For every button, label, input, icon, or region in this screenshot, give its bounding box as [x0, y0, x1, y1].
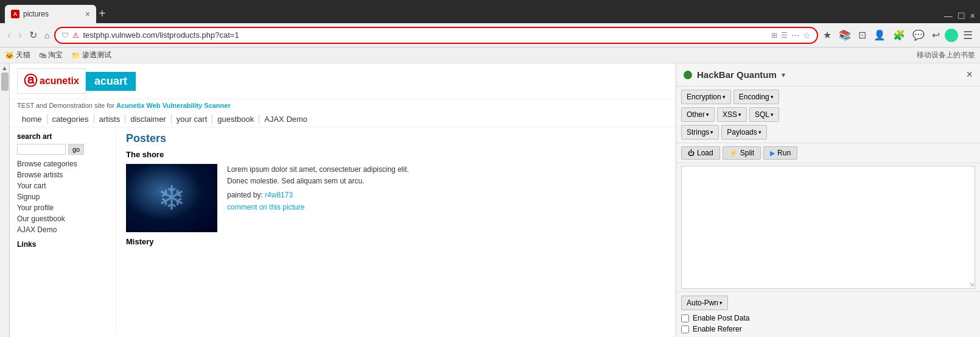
- nav-guestbook[interactable]: guestbook: [212, 115, 259, 124]
- product1-image-overlay: ❄: [158, 179, 186, 218]
- tagline-link[interactable]: Acunetix Web Vulnerability Scanner: [116, 102, 231, 109]
- sidebar-your-cart[interactable]: Your cart: [17, 182, 108, 190]
- sidebar-your-profile[interactable]: Your profile: [17, 204, 108, 212]
- nav-categories[interactable]: categories: [47, 115, 94, 124]
- checkbox-post-label: Enable Post Data: [693, 314, 749, 322]
- load-label: Load: [697, 149, 713, 157]
- url-icon-more[interactable]: ···: [791, 30, 799, 41]
- chat-icon[interactable]: 💬: [910, 27, 927, 43]
- product1-item: ❄ Lorem ipsum dolor sit amet, consectetu…: [126, 164, 666, 232]
- maximize-btn[interactable]: ☐: [957, 11, 965, 21]
- payloads-btn[interactable]: Payloads▾: [721, 125, 766, 140]
- autopwn-btn[interactable]: Auto-Pwn▾: [681, 296, 728, 310]
- run-btn[interactable]: ▶ Run: [763, 146, 797, 160]
- site-logo: ⓐ acunetix acuart: [17, 68, 136, 94]
- reading-list-icon[interactable]: 📚: [836, 27, 853, 43]
- logo-a-icon: ⓐ: [24, 72, 37, 90]
- site-header: ⓐ acunetix acuart: [10, 63, 676, 99]
- sidebar-our-guestbook[interactable]: Our guestbook: [17, 215, 108, 223]
- sidebar-browse-categories[interactable]: Browse categories: [17, 160, 108, 168]
- sidebar-icon[interactable]: ⊡: [856, 27, 869, 43]
- encoding-btn[interactable]: Encoding▾: [733, 90, 779, 104]
- run-icon: ▶: [770, 149, 775, 157]
- extension-icon[interactable]: 🧩: [891, 27, 908, 43]
- encoding-arrow: ▾: [771, 94, 774, 100]
- other-arrow: ▾: [706, 112, 709, 118]
- scroll-thumb[interactable]: [1, 73, 9, 91]
- refresh-btn[interactable]: ↻: [27, 27, 40, 43]
- product1-comment-link[interactable]: comment on this picture: [227, 203, 304, 211]
- search-input[interactable]: [17, 144, 66, 155]
- strings-arrow: ▾: [710, 129, 713, 135]
- payloads-label: Payloads: [727, 128, 757, 137]
- sql-btn[interactable]: SQL▾: [749, 107, 779, 122]
- forward-btn[interactable]: ›: [16, 26, 24, 44]
- scrollbar[interactable]: ▲: [0, 63, 10, 337]
- hackbar-action-row: ⏻ Load ⚡ Split ▶ Run: [676, 143, 980, 163]
- bookmark-taobao[interactable]: 🛍 淘宝: [39, 50, 63, 60]
- checkbox-post[interactable]: [681, 314, 689, 322]
- logo-acuart: acuart: [86, 72, 136, 91]
- hackbar-textarea[interactable]: [681, 166, 975, 289]
- xss-arrow: ▾: [738, 112, 741, 118]
- product1-painter-label: painted by:: [227, 191, 265, 199]
- profile-icon[interactable]: 👤: [871, 27, 888, 43]
- user-avatar[interactable]: [945, 29, 958, 42]
- url-icon-grid: ⊞: [771, 31, 777, 40]
- pentest-icon: 📁: [71, 51, 80, 60]
- page-title: Posters: [126, 132, 666, 145]
- nav-home[interactable]: home: [17, 115, 47, 124]
- sidebar-links-title: Links: [17, 240, 108, 249]
- nav-bar: ‹ › ↻ ⌂ 🛡 ⚠ ⊞ ☰ ··· ☆ ★ 📚 ⊡ 👤 🧩 💬 ↩ ☰: [0, 23, 980, 48]
- home-btn[interactable]: ⌂: [42, 28, 52, 43]
- sidebar-signup[interactable]: Signup: [17, 193, 108, 201]
- minimize-btn[interactable]: —: [944, 11, 953, 21]
- scroll-up-arrow[interactable]: ▲: [2, 65, 8, 71]
- product2-title: Mistery: [126, 237, 666, 246]
- hackbar-close-btn[interactable]: ×: [966, 68, 973, 81]
- product1: The shore ❄ Lorem ipsum dolor sit amet, …: [126, 150, 666, 232]
- sidebar-browse-artists[interactable]: Browse artists: [17, 171, 108, 179]
- textarea-resize-handle[interactable]: ⇲: [969, 281, 974, 288]
- site-body: search art go Browse categories Browse a…: [10, 127, 676, 335]
- back-btn[interactable]: ‹: [5, 26, 13, 44]
- web-content: ⓐ acunetix acuart TEST and Demonstration…: [10, 63, 676, 337]
- bookmark-tianmao[interactable]: 🐱 天猫: [5, 50, 30, 60]
- other-btn[interactable]: Other▾: [681, 107, 715, 122]
- url-icon-star[interactable]: ☆: [803, 30, 811, 40]
- hackbar-chevron[interactable]: ▾: [782, 71, 785, 79]
- menu-btn[interactable]: ☰: [961, 26, 975, 44]
- checkbox-referer-row: Enable Referer: [681, 325, 975, 333]
- nav-artists[interactable]: artists: [94, 115, 126, 124]
- load-icon: ⏻: [688, 149, 695, 157]
- product1-painter: painted by: r4w8173: [227, 191, 409, 199]
- new-tab-btn[interactable]: +: [99, 7, 106, 23]
- browser-tab[interactable]: A pictures ×: [5, 5, 96, 23]
- product1-comment: comment on this picture: [227, 203, 409, 211]
- product1-painter-link[interactable]: r4w8173: [265, 191, 293, 199]
- encryption-btn[interactable]: Encryption▾: [681, 90, 731, 104]
- url-shield-icon: 🛡: [61, 31, 69, 40]
- sidebar-ajax-demo[interactable]: AJAX Demo: [17, 225, 108, 234]
- close-btn[interactable]: ×: [970, 11, 975, 21]
- logo-acuart-text: acuart: [94, 75, 127, 87]
- taobao-label: 淘宝: [48, 50, 63, 60]
- encryption-label: Encryption: [687, 93, 721, 101]
- xss-label: XSS: [723, 110, 737, 119]
- bookmark-star-icon[interactable]: ★: [821, 27, 834, 43]
- search-go-btn[interactable]: go: [68, 144, 84, 155]
- tab-label: pictures: [23, 10, 49, 18]
- load-btn[interactable]: ⏻ Load: [681, 146, 720, 160]
- bookmark-pentest[interactable]: 📁 渗透测试: [71, 50, 111, 60]
- strings-btn[interactable]: Strings▾: [681, 125, 719, 140]
- checkbox-referer[interactable]: [681, 325, 689, 333]
- tab-close-btn[interactable]: ×: [85, 9, 90, 19]
- nav-disclaimer[interactable]: disclaimer: [125, 115, 172, 124]
- nav-ajax-demo[interactable]: AJAX Demo: [259, 115, 312, 124]
- xss-btn[interactable]: XSS▾: [717, 107, 747, 122]
- taobao-icon: 🛍: [39, 51, 46, 60]
- nav-your-cart[interactable]: your cart: [172, 115, 213, 124]
- history-icon[interactable]: ↩: [929, 27, 942, 43]
- url-input[interactable]: [83, 30, 767, 40]
- split-btn[interactable]: ⚡ Split: [723, 146, 761, 160]
